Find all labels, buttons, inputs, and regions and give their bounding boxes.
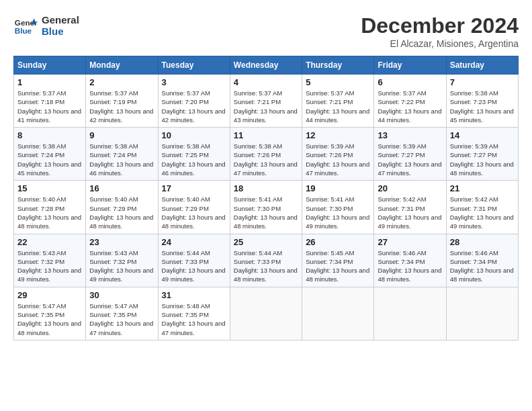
day-info: Sunrise: 5:44 AMSunset: 7:33 PMDaylight:… <box>162 248 226 284</box>
day-info: Sunrise: 5:40 AMSunset: 7:29 PMDaylight:… <box>162 195 226 230</box>
day-info: Sunrise: 5:42 AMSunset: 7:31 PMDaylight:… <box>450 195 515 230</box>
day-number: 8 <box>17 130 82 140</box>
day-number: 15 <box>17 183 82 193</box>
day-number: 29 <box>17 290 82 300</box>
calendar-cell: 3Sunrise: 5:37 AMSunset: 7:20 PMDaylight… <box>158 75 230 128</box>
weekday-tuesday: Tuesday <box>158 56 230 75</box>
calendar-week-4: 22Sunrise: 5:43 AMSunset: 7:32 PMDayligh… <box>14 234 519 287</box>
calendar-cell: 13Sunrise: 5:39 AMSunset: 7:27 PMDayligh… <box>374 128 446 181</box>
day-info: Sunrise: 5:40 AMSunset: 7:29 PMDaylight:… <box>89 195 154 230</box>
calendar-cell: 27Sunrise: 5:46 AMSunset: 7:34 PMDayligh… <box>374 234 446 287</box>
weekday-sunday: Sunday <box>14 56 86 75</box>
day-number: 31 <box>162 290 226 300</box>
weekday-saturday: Saturday <box>446 56 518 75</box>
calendar-cell: 2Sunrise: 5:37 AMSunset: 7:19 PMDaylight… <box>86 75 158 128</box>
calendar-week-2: 8Sunrise: 5:38 AMSunset: 7:24 PMDaylight… <box>14 128 519 181</box>
weekday-wednesday: Wednesday <box>230 56 302 75</box>
calendar-cell: 18Sunrise: 5:41 AMSunset: 7:30 PMDayligh… <box>230 181 302 234</box>
calendar-cell: 21Sunrise: 5:42 AMSunset: 7:31 PMDayligh… <box>446 181 518 234</box>
calendar-cell: 15Sunrise: 5:40 AMSunset: 7:28 PMDayligh… <box>14 181 86 234</box>
calendar-cell: 22Sunrise: 5:43 AMSunset: 7:32 PMDayligh… <box>14 234 86 287</box>
calendar-week-1: 1Sunrise: 5:37 AMSunset: 7:18 PMDaylight… <box>14 75 519 128</box>
calendar-cell: 26Sunrise: 5:45 AMSunset: 7:34 PMDayligh… <box>302 234 374 287</box>
day-info: Sunrise: 5:37 AMSunset: 7:18 PMDaylight:… <box>17 89 82 124</box>
day-number: 13 <box>378 130 442 140</box>
day-info: Sunrise: 5:41 AMSunset: 7:30 PMDaylight:… <box>234 195 298 230</box>
day-info: Sunrise: 5:41 AMSunset: 7:30 PMDaylight:… <box>306 195 370 230</box>
calendar-cell <box>374 287 446 340</box>
day-info: Sunrise: 5:47 AMSunset: 7:35 PMDaylight:… <box>17 302 82 337</box>
day-info: Sunrise: 5:38 AMSunset: 7:25 PMDaylight:… <box>162 142 226 177</box>
calendar-cell <box>302 287 374 340</box>
calendar-cell: 5Sunrise: 5:37 AMSunset: 7:21 PMDaylight… <box>302 75 374 128</box>
day-info: Sunrise: 5:37 AMSunset: 7:22 PMDaylight:… <box>378 89 442 124</box>
day-info: Sunrise: 5:38 AMSunset: 7:24 PMDaylight:… <box>17 142 82 177</box>
weekday-header-row: SundayMondayTuesdayWednesdayThursdayFrid… <box>14 56 519 75</box>
calendar-cell: 25Sunrise: 5:44 AMSunset: 7:33 PMDayligh… <box>230 234 302 287</box>
day-number: 14 <box>450 130 515 140</box>
calendar-table: SundayMondayTuesdayWednesdayThursdayFrid… <box>13 56 519 340</box>
day-number: 30 <box>89 290 154 300</box>
day-number: 19 <box>306 183 370 193</box>
day-number: 5 <box>306 77 370 87</box>
day-info: Sunrise: 5:38 AMSunset: 7:24 PMDaylight:… <box>89 142 154 177</box>
day-info: Sunrise: 5:44 AMSunset: 7:33 PMDaylight:… <box>234 248 298 284</box>
day-number: 28 <box>450 237 515 247</box>
day-number: 7 <box>450 77 515 87</box>
day-number: 25 <box>234 237 298 247</box>
calendar-cell: 17Sunrise: 5:40 AMSunset: 7:29 PMDayligh… <box>158 181 230 234</box>
day-info: Sunrise: 5:46 AMSunset: 7:34 PMDaylight:… <box>450 248 515 284</box>
day-number: 17 <box>162 183 226 193</box>
day-number: 24 <box>162 237 226 247</box>
day-number: 16 <box>89 183 154 193</box>
day-info: Sunrise: 5:45 AMSunset: 7:34 PMDaylight:… <box>306 248 370 284</box>
calendar-cell: 23Sunrise: 5:43 AMSunset: 7:32 PMDayligh… <box>86 234 158 287</box>
day-number: 9 <box>89 130 154 140</box>
day-info: Sunrise: 5:47 AMSunset: 7:35 PMDaylight:… <box>89 302 154 337</box>
calendar-cell: 6Sunrise: 5:37 AMSunset: 7:22 PMDaylight… <box>374 75 446 128</box>
calendar-cell: 11Sunrise: 5:38 AMSunset: 7:26 PMDayligh… <box>230 128 302 181</box>
header-area: General Blue GeneralBlue December 2024 E… <box>13 13 519 49</box>
calendar-cell: 31Sunrise: 5:48 AMSunset: 7:35 PMDayligh… <box>158 287 230 340</box>
calendar-cell: 24Sunrise: 5:44 AMSunset: 7:33 PMDayligh… <box>158 234 230 287</box>
day-info: Sunrise: 5:39 AMSunset: 7:27 PMDaylight:… <box>450 142 515 177</box>
weekday-thursday: Thursday <box>302 56 374 75</box>
day-info: Sunrise: 5:37 AMSunset: 7:20 PMDaylight:… <box>162 89 226 124</box>
day-number: 12 <box>306 130 370 140</box>
calendar-cell: 14Sunrise: 5:39 AMSunset: 7:27 PMDayligh… <box>446 128 518 181</box>
svg-text:Blue: Blue <box>15 26 32 35</box>
calendar-cell: 29Sunrise: 5:47 AMSunset: 7:35 PMDayligh… <box>14 287 86 340</box>
day-info: Sunrise: 5:43 AMSunset: 7:32 PMDaylight:… <box>89 248 154 284</box>
day-number: 11 <box>234 130 298 140</box>
day-info: Sunrise: 5:46 AMSunset: 7:34 PMDaylight:… <box>378 248 442 284</box>
calendar-cell: 9Sunrise: 5:38 AMSunset: 7:24 PMDaylight… <box>86 128 158 181</box>
day-info: Sunrise: 5:39 AMSunset: 7:27 PMDaylight:… <box>378 142 442 177</box>
day-info: Sunrise: 5:37 AMSunset: 7:21 PMDaylight:… <box>234 89 298 124</box>
day-info: Sunrise: 5:38 AMSunset: 7:23 PMDaylight:… <box>450 89 515 124</box>
day-info: Sunrise: 5:42 AMSunset: 7:31 PMDaylight:… <box>378 195 442 230</box>
weekday-monday: Monday <box>86 56 158 75</box>
logo: General Blue GeneralBlue <box>13 13 79 38</box>
day-number: 23 <box>89 237 154 247</box>
title-area: December 2024 El Alcazar, Misiones, Arge… <box>361 13 519 49</box>
calendar-week-3: 15Sunrise: 5:40 AMSunset: 7:28 PMDayligh… <box>14 181 519 234</box>
day-info: Sunrise: 5:37 AMSunset: 7:21 PMDaylight:… <box>306 89 370 124</box>
day-number: 21 <box>450 183 515 193</box>
day-number: 3 <box>162 77 226 87</box>
calendar-cell: 28Sunrise: 5:46 AMSunset: 7:34 PMDayligh… <box>446 234 518 287</box>
month-title: December 2024 <box>361 13 519 38</box>
calendar-cell: 8Sunrise: 5:38 AMSunset: 7:24 PMDaylight… <box>14 128 86 181</box>
day-info: Sunrise: 5:38 AMSunset: 7:26 PMDaylight:… <box>234 142 298 177</box>
logo-icon: General Blue <box>13 13 38 38</box>
calendar-cell: 7Sunrise: 5:38 AMSunset: 7:23 PMDaylight… <box>446 75 518 128</box>
weekday-friday: Friday <box>374 56 446 75</box>
calendar-cell: 19Sunrise: 5:41 AMSunset: 7:30 PMDayligh… <box>302 181 374 234</box>
day-number: 2 <box>89 77 154 87</box>
calendar-cell <box>446 287 518 340</box>
day-number: 22 <box>17 237 82 247</box>
day-number: 6 <box>378 77 442 87</box>
day-info: Sunrise: 5:48 AMSunset: 7:35 PMDaylight:… <box>162 302 226 337</box>
calendar-cell: 12Sunrise: 5:39 AMSunset: 7:26 PMDayligh… <box>302 128 374 181</box>
calendar-cell <box>230 287 302 340</box>
day-info: Sunrise: 5:37 AMSunset: 7:19 PMDaylight:… <box>89 89 154 124</box>
